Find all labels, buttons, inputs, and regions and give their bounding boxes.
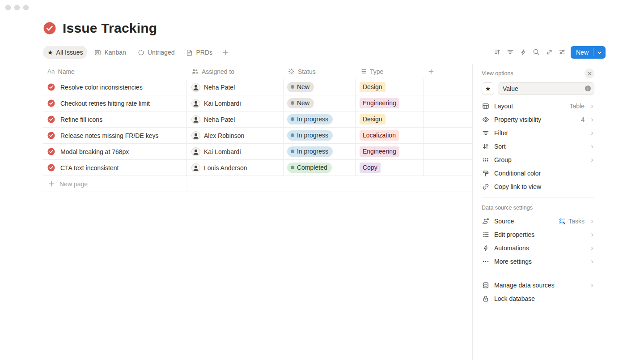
menu-item-sort[interactable]: Sort› — [482, 140, 594, 153]
name-cell[interactable]: Modal breaking at 768px — [43, 144, 187, 159]
add-view-button[interactable] — [220, 47, 231, 58]
window-minimize-button[interactable] — [14, 5, 20, 10]
menu-item-conditional-color[interactable]: Conditional color› — [482, 167, 594, 180]
check-circle-icon[interactable] — [43, 21, 56, 35]
assignee-cell[interactable]: Kai Lombardi — [187, 144, 284, 159]
new-button-label[interactable]: New — [571, 46, 593, 59]
menu-item-copy-link-to-view[interactable]: Copy link to view› — [482, 180, 594, 193]
filter-lines-icon[interactable] — [505, 47, 516, 57]
issues-table: Aa Name Assigned to Status Type Resolve … — [43, 64, 472, 192]
menu-item-value-wrap: 4 — [581, 116, 585, 123]
name-cell[interactable]: Release notes missing FR/DE keys — [43, 128, 187, 143]
table-row[interactable]: Refine fill iconsNeha PatelIn progressDe… — [43, 111, 472, 128]
column-label: Name — [58, 68, 75, 75]
status-cell[interactable]: In progress — [284, 144, 356, 159]
tab-kanban[interactable]: Kanban — [90, 46, 130, 59]
lock-icon — [482, 295, 490, 302]
close-icon[interactable] — [585, 69, 594, 78]
menu-item-lock-database[interactable]: Lock database› — [482, 292, 594, 305]
empty-cell[interactable] — [424, 128, 472, 143]
assignee-cell[interactable]: Louis Anderson — [187, 160, 284, 176]
tab-label: PRDs — [196, 49, 212, 56]
new-button[interactable]: New — [571, 46, 606, 59]
name-cell[interactable]: Checkout retries hitting rate limit — [43, 95, 187, 111]
row-title[interactable]: Refine fill icons — [60, 116, 102, 123]
empty-cell[interactable] — [424, 160, 472, 176]
table-row[interactable]: Checkout retries hitting rate limitKai L… — [43, 95, 472, 111]
menu-item-automations[interactable]: Automations› — [482, 241, 594, 255]
menu-item-edit-properties[interactable]: Edit properties› — [482, 228, 594, 241]
menu-item-filter[interactable]: Filter› — [482, 126, 594, 140]
sort-arrows-icon[interactable] — [492, 47, 503, 57]
type-cell[interactable]: Engineering — [356, 95, 424, 111]
row-title[interactable]: Resolve color inconsistencies — [60, 84, 143, 91]
chevron-right-icon: › — [590, 156, 594, 163]
status-cell[interactable]: Completed — [284, 160, 356, 176]
type-cell[interactable]: Localization — [356, 128, 424, 143]
menu-item-layout[interactable]: LayoutTable› — [482, 99, 594, 113]
table-row[interactable]: Resolve color inconsistenciesNeha PatelN… — [43, 79, 472, 95]
column-header-assigned-to[interactable]: Assigned to — [187, 64, 284, 79]
type-cell[interactable]: Design — [356, 111, 424, 127]
menu-item-property-visibility[interactable]: Property visibility4› — [482, 113, 594, 126]
empty-cell[interactable] — [424, 144, 472, 159]
menu-item-group[interactable]: Group› — [482, 153, 594, 167]
expand-icon[interactable] — [544, 47, 555, 57]
name-cell[interactable]: CTA text inconsistent — [43, 160, 187, 176]
status-cell[interactable]: New — [284, 79, 356, 95]
row-title[interactable]: Release notes missing FR/DE keys — [60, 132, 158, 139]
column-header-type[interactable]: Type — [356, 64, 424, 79]
info-icon[interactable] — [585, 85, 591, 92]
empty-cell[interactable] — [424, 111, 472, 127]
status-pill: In progress — [287, 114, 333, 124]
search-icon[interactable] — [531, 47, 542, 57]
status-label: In progress — [297, 116, 328, 123]
menu-item-source[interactable]: SourceTasks› — [482, 214, 594, 228]
settings-sliders-icon[interactable] — [557, 47, 568, 57]
status-cell[interactable]: In progress — [284, 128, 356, 143]
empty-cell[interactable] — [424, 79, 472, 95]
assignee-cell[interactable]: Neha Patel — [187, 79, 284, 95]
type-cell[interactable]: Engineering — [356, 144, 424, 159]
page-check-icon — [47, 148, 55, 155]
assignee-cell[interactable]: Alex Robinson — [187, 128, 284, 143]
column-header-status[interactable]: Status — [284, 64, 356, 79]
assignee-cell[interactable]: Kai Lombardi — [187, 95, 284, 111]
empty-cell[interactable] — [424, 95, 472, 111]
menu-item-value-wrap: Table — [570, 103, 585, 110]
type-cell[interactable]: Design — [356, 79, 424, 95]
table-row[interactable]: CTA text inconsistentLouis AndersonCompl… — [43, 160, 472, 176]
menu-item-more-settings[interactable]: More settings› — [482, 255, 594, 268]
name-cell[interactable]: Resolve color inconsistencies — [43, 79, 187, 95]
status-cell[interactable]: New — [284, 95, 356, 111]
column-header-name[interactable]: Aa Name — [43, 64, 187, 79]
page-title[interactable]: Issue Tracking — [63, 21, 157, 36]
chevron-down-icon[interactable] — [593, 46, 606, 59]
tab-untriaged[interactable]: Untriaged — [133, 46, 179, 59]
automations-icon[interactable] — [518, 47, 529, 57]
view-icon-button[interactable]: ★ — [482, 82, 494, 95]
status-cell[interactable]: In progress — [284, 111, 356, 127]
view-name-input[interactable] — [498, 82, 594, 95]
assignee-name: Kai Lombardi — [204, 100, 241, 107]
status-pill: In progress — [287, 146, 333, 157]
table-row[interactable]: Modal breaking at 768pxKai LombardiIn pr… — [43, 144, 472, 160]
window-close-button[interactable] — [5, 5, 11, 10]
name-cell[interactable]: Refine fill icons — [43, 111, 187, 127]
tab-prds[interactable]: PRDs — [182, 46, 217, 59]
status-label: In progress — [297, 148, 328, 155]
row-title[interactable]: Modal breaking at 768px — [60, 148, 129, 155]
row-title[interactable]: Checkout retries hitting rate limit — [60, 100, 150, 107]
table-row[interactable]: Release notes missing FR/DE keysAlex Rob… — [43, 128, 472, 144]
menu-item-label: Copy link to view — [494, 183, 580, 190]
row-title[interactable]: CTA text inconsistent — [60, 164, 119, 171]
assignee-cell[interactable]: Neha Patel — [187, 111, 284, 127]
menu-item-manage-data-sources[interactable]: Manage data sources› — [482, 279, 594, 292]
tab-all-issues[interactable]: ★ All Issues — [43, 46, 87, 59]
add-column-button[interactable] — [424, 64, 472, 79]
type-cell[interactable]: Copy — [356, 160, 424, 176]
new-page-row[interactable]: New page — [43, 176, 472, 192]
window-zoom-button[interactable] — [23, 5, 29, 10]
avatar — [191, 115, 200, 124]
menu-item-label: Lock database — [494, 295, 580, 302]
